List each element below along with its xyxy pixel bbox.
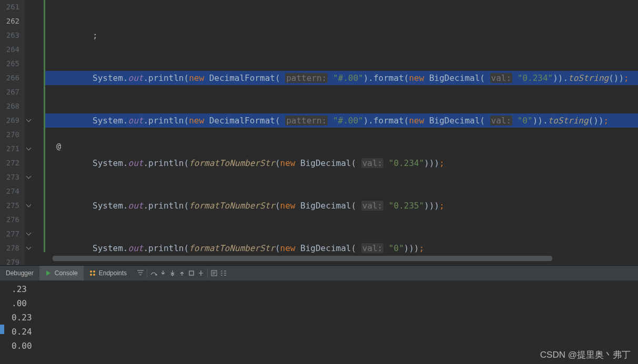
svg-point-2 xyxy=(93,271,95,273)
step-over-icon[interactable] xyxy=(149,268,158,278)
code-line: System.out.println(formatToNumberStr(new… xyxy=(45,156,638,170)
line-number: 273 xyxy=(0,170,19,184)
force-step-into-icon[interactable] xyxy=(168,268,177,278)
output-line: 0.00 xyxy=(12,339,626,353)
code-area[interactable]: ; System.out.println(new DecimalFormat( … xyxy=(45,0,638,265)
svg-marker-0 xyxy=(46,271,50,276)
separator xyxy=(147,268,147,278)
panel-tabbar: Debugger Console Endpoints xyxy=(0,266,638,281)
line-number: 270 xyxy=(0,128,19,142)
svg-rect-6 xyxy=(189,271,194,275)
svg-point-4 xyxy=(93,274,95,276)
line-number: 266 xyxy=(0,71,19,85)
evaluate-expression-icon[interactable] xyxy=(209,268,219,278)
fold-handle-icon[interactable] xyxy=(26,231,32,236)
output-line: 0.23 xyxy=(12,310,626,325)
svg-point-5 xyxy=(156,274,157,276)
vcs-change-marker xyxy=(44,0,45,252)
line-number: 262 xyxy=(0,14,19,28)
line-number: 272 xyxy=(0,156,19,170)
line-number: 274 xyxy=(0,184,19,199)
line-number: 276 xyxy=(0,213,19,227)
horizontal-scrollbar[interactable] xyxy=(53,256,552,261)
line-number: 263 xyxy=(0,28,19,43)
step-into-icon[interactable] xyxy=(158,268,168,278)
fold-handle-icon[interactable] xyxy=(26,117,32,122)
code-line: System.out.println(formatToNumberStr(new… xyxy=(45,241,638,255)
code-line: System.out.println(new DecimalFormat( pa… xyxy=(45,71,638,85)
play-icon xyxy=(45,271,52,276)
line-number: 278 xyxy=(0,241,19,255)
tab-endpoints[interactable]: Endpoints xyxy=(84,266,133,280)
output-line: .23 xyxy=(12,282,626,296)
output-line: .00 xyxy=(12,296,626,310)
console-output[interactable]: .23 .00 0.23 0.24 0.00 xyxy=(0,281,638,354)
svg-point-3 xyxy=(90,274,92,276)
fold-handle-icon[interactable] xyxy=(26,245,32,250)
drop-frame-icon[interactable] xyxy=(187,268,196,278)
line-number: 277 xyxy=(0,227,19,241)
separator xyxy=(207,268,208,278)
endpoints-icon xyxy=(89,271,96,276)
run-to-cursor-icon[interactable] xyxy=(196,268,206,278)
fold-handle-icon[interactable] xyxy=(26,145,32,151)
line-number: 265 xyxy=(0,57,19,71)
fold-handle-icon[interactable] xyxy=(26,174,32,179)
line-number: 264 xyxy=(0,43,19,57)
line-number: 267 xyxy=(0,85,19,99)
output-line: 0.24 xyxy=(12,325,626,339)
code-line: ; xyxy=(45,28,638,43)
fold-handle-icon[interactable] xyxy=(26,202,32,207)
watermark: CSDN @提里奥丶弗丁 xyxy=(540,349,631,361)
line-number: 271 xyxy=(0,142,19,156)
code-editor[interactable]: 261 262 263 264 265 266 267 268 269 270 … xyxy=(0,0,638,265)
code-line: System.out.println(formatToNumberStr(new… xyxy=(45,199,638,213)
step-out-icon[interactable] xyxy=(177,268,187,278)
svg-point-1 xyxy=(90,271,92,273)
tab-debugger[interactable]: Debugger xyxy=(0,266,39,280)
line-number: 275 xyxy=(0,199,19,213)
line-number-gutter: 261 262 263 264 265 266 267 268 269 270 … xyxy=(0,0,25,265)
filter-icon[interactable] xyxy=(136,268,145,278)
trace-icon[interactable] xyxy=(219,268,228,278)
line-number: 269 xyxy=(0,113,19,128)
line-number: 268 xyxy=(0,99,19,113)
line-number: 261 xyxy=(0,0,19,14)
code-line: System.out.println(new DecimalFormat( pa… xyxy=(45,113,638,128)
side-marker xyxy=(0,325,4,334)
tab-console[interactable]: Console xyxy=(39,266,84,280)
fold-gutter: @ xyxy=(25,0,45,265)
line-number: 279 xyxy=(0,255,19,265)
at-annotation-icon: @ xyxy=(56,142,61,151)
